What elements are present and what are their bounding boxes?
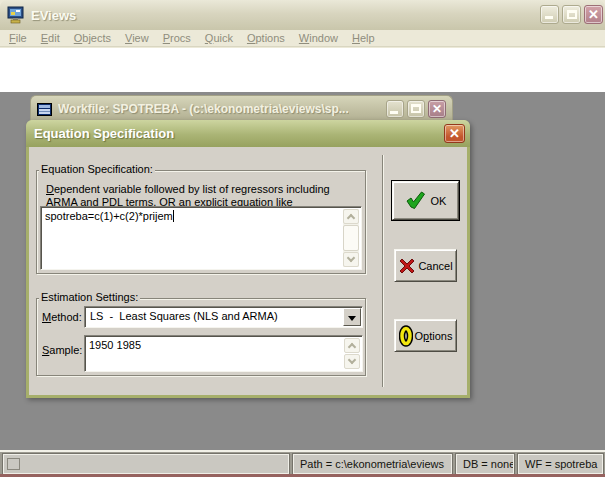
equation-value: spotreba=c(1)+c(2)*prijem [45,210,174,222]
equation-group-label: Equation Specification: [39,163,155,175]
ok-label: OK [431,195,447,207]
workfile-titlebar[interactable]: Workfile: SPOTREBA - (c:\ekonometria\evi… [30,95,453,122]
dialog-close-button[interactable]: ✕ [444,124,465,143]
eviews-app-icon [7,6,25,24]
scrollbar-up-button[interactable] [343,209,359,224]
dialog-titlebar[interactable]: Equation Specification ✕ [26,120,470,147]
menu-help[interactable]: Help [345,31,382,45]
dialog-title: Equation Specification [34,126,174,141]
chevron-up-icon [348,343,356,351]
workfile-maximize-button[interactable] [407,100,425,118]
yellow-ring-icon [399,325,413,347]
menubar: File Edit Objects View Procs Quick Optio… [0,30,605,47]
button-column-separator [382,155,384,387]
maximize-icon [567,10,577,19]
workfile-title: Workfile: SPOTREBA - (c:\ekonometria\evi… [58,102,349,116]
method-select[interactable]: LS - Least Squares (NLS and ARMA) [84,306,363,328]
menu-view[interactable]: View [118,31,156,45]
sample-scrollbar[interactable] [344,338,360,369]
method-dropdown-button[interactable] [343,308,361,326]
workfile-window-icon [37,102,52,117]
window-title: EViews [31,8,76,23]
menu-quick[interactable]: Quick [198,31,240,45]
window-close-button[interactable]: ✕ [584,5,603,24]
scrollbar-down-button[interactable] [344,354,360,369]
method-label: Method: [42,311,82,324]
equation-scrollbar[interactable] [343,209,359,267]
status-left-panel [3,454,289,474]
dropdown-arrow-icon [348,316,356,321]
status-wf: WF = spotreba [518,454,603,474]
minimize-icon [545,16,553,19]
status-left-panel-box [7,458,20,470]
menu-file[interactable]: File [2,31,34,45]
menu-objects[interactable]: Objects [67,31,118,45]
minimize-icon [390,111,398,114]
options-label: Options [415,330,453,342]
window-minimize-button[interactable] [540,5,559,24]
settings-group-label: Estimation Settings: [39,291,140,303]
eviews-application-window: EViews ✕ File Edit Objects View Procs Qu… [0,0,605,477]
options-button[interactable]: Options [394,319,457,352]
close-icon: ✕ [429,101,445,117]
command-window[interactable] [0,48,605,92]
method-selected-value: LS - Least Squares (NLS and ARMA) [90,310,278,322]
menu-edit[interactable]: Edit [34,31,67,45]
maximize-icon [411,104,421,113]
statusbar: Path = c:\ekonometria\eviews DB = none W… [0,450,605,474]
chevron-down-icon [348,356,356,364]
scrollbar-thumb[interactable] [343,225,359,251]
sample-label: Sample: [42,344,82,357]
window-maximize-button[interactable] [562,5,581,24]
workfile-close-button[interactable]: ✕ [428,100,446,118]
cancel-label: Cancel [418,260,452,272]
equation-specification-dialog: Equation Specification ✕ Equation Specif… [26,120,470,398]
close-icon: ✕ [585,6,602,23]
status-path: Path = c:\ekonometria\eviews [293,454,452,474]
chevron-down-icon [347,254,355,262]
menu-procs[interactable]: Procs [156,31,198,45]
red-x-icon [398,257,416,275]
equation-input[interactable]: spotreba=c(1)+c(2)*prijem [40,206,362,270]
dialog-body: Equation Specification: Dependent variab… [29,147,467,395]
status-db: DB = none [456,454,514,474]
menu-window[interactable]: Window [292,31,345,45]
scrollbar-up-button[interactable] [344,338,360,353]
green-checkmark-icon [405,191,426,210]
cancel-button[interactable]: Cancel [394,249,457,282]
main-titlebar: EViews ✕ [0,0,605,30]
scrollbar-down-button[interactable] [343,252,359,267]
menu-options[interactable]: Options [240,31,292,45]
chevron-up-icon [347,214,355,222]
ok-button[interactable]: OK [392,181,459,220]
sample-input[interactable]: 1950 1985 [84,335,363,372]
sample-value: 1950 1985 [89,339,141,351]
close-icon: ✕ [445,125,464,142]
text-caret [173,210,174,222]
workfile-minimize-button[interactable] [386,100,404,118]
